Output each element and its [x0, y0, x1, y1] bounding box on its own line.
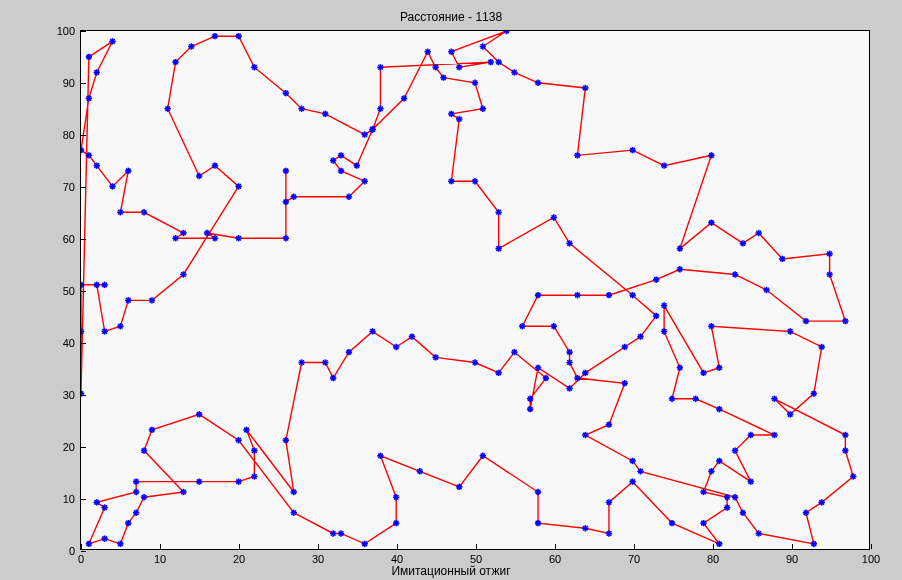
tour-node	[629, 147, 635, 153]
y-tick-label: 0	[69, 545, 75, 557]
tour-node	[393, 494, 399, 500]
tour-node	[803, 510, 809, 516]
tour-node	[251, 447, 257, 453]
tour-node	[716, 365, 722, 371]
tour-node	[393, 520, 399, 526]
tour-node	[338, 152, 344, 158]
tour-node	[826, 271, 832, 277]
tour-node	[172, 235, 178, 241]
tour-node	[94, 162, 100, 168]
tour-node	[141, 494, 147, 500]
tour-node	[117, 323, 123, 329]
tour-node	[661, 302, 667, 308]
tour-node	[527, 396, 533, 402]
tour-node	[535, 292, 541, 298]
y-tick-label: 20	[63, 441, 75, 453]
tour-node	[582, 432, 588, 438]
y-tick-label: 60	[63, 233, 75, 245]
tour-node	[653, 313, 659, 319]
y-tick-label: 30	[63, 389, 75, 401]
tour-node	[629, 292, 635, 298]
tour-node	[283, 235, 289, 241]
tour-node	[669, 520, 675, 526]
tour-node	[377, 106, 383, 112]
tour-node	[94, 499, 100, 505]
tour-node	[369, 328, 375, 334]
tour-node	[669, 396, 675, 402]
tour-node	[708, 152, 714, 158]
tour-node	[393, 344, 399, 350]
tour-node	[133, 478, 139, 484]
tour-node	[700, 489, 706, 495]
tour-node	[369, 126, 375, 132]
tour-node	[779, 256, 785, 262]
tour-node	[606, 421, 612, 427]
tour-node	[448, 178, 454, 184]
tour-node	[716, 406, 722, 412]
tour-node	[243, 427, 249, 433]
tour-node	[125, 168, 131, 174]
tour-node	[771, 432, 777, 438]
tour-node	[519, 323, 525, 329]
tour-node	[330, 530, 336, 536]
tour-node	[511, 69, 517, 75]
tour-node	[574, 292, 580, 298]
tour-node	[125, 520, 131, 526]
tour-node	[109, 38, 115, 44]
tour-node	[149, 297, 155, 303]
tour-node	[196, 173, 202, 179]
tour-node	[86, 152, 92, 158]
tour-node	[440, 74, 446, 80]
tour-node	[456, 484, 462, 490]
tour-node	[535, 489, 541, 495]
tour-node	[354, 162, 360, 168]
tour-node	[787, 411, 793, 417]
tour-node	[716, 458, 722, 464]
tour-node	[472, 80, 478, 86]
tour-node	[582, 525, 588, 531]
tour-node	[346, 349, 352, 355]
tour-node	[291, 194, 297, 200]
tour-node	[180, 489, 186, 495]
tour-node	[566, 349, 572, 355]
tour-node	[819, 499, 825, 505]
tour-node	[101, 282, 107, 288]
tour-node	[448, 111, 454, 117]
tour-node	[94, 282, 100, 288]
tour-node	[763, 287, 769, 293]
tour-node	[495, 370, 501, 376]
tour-node	[338, 530, 344, 536]
y-tick-label: 90	[63, 77, 75, 89]
tour-node	[472, 359, 478, 365]
tour-node	[94, 69, 100, 75]
tour-node	[361, 178, 367, 184]
tour-node	[708, 323, 714, 329]
tour-node	[622, 344, 628, 350]
tour-node	[677, 245, 683, 251]
tour-node	[716, 541, 722, 547]
tour-node	[86, 95, 92, 101]
tour-node	[133, 489, 139, 495]
tour-node	[543, 375, 549, 381]
tour-node	[322, 359, 328, 365]
tour-node	[566, 359, 572, 365]
tour-node	[495, 209, 501, 215]
tour-node	[653, 276, 659, 282]
tour-node	[235, 478, 241, 484]
tour-node	[661, 328, 667, 334]
tour-node	[472, 178, 478, 184]
figure: Расстояние - 1138 0102030405060708090100…	[0, 0, 902, 580]
tour-node	[708, 468, 714, 474]
tour-node	[511, 349, 517, 355]
tour-node	[251, 473, 257, 479]
tour-node	[361, 131, 367, 137]
tour-node	[117, 541, 123, 547]
tour-node	[125, 297, 131, 303]
tour-node	[566, 240, 572, 246]
tour-node	[212, 162, 218, 168]
tour-node	[196, 478, 202, 484]
tour-node	[338, 168, 344, 174]
tour-node	[811, 541, 817, 547]
tour-node	[456, 64, 462, 70]
tour-node	[551, 323, 557, 329]
